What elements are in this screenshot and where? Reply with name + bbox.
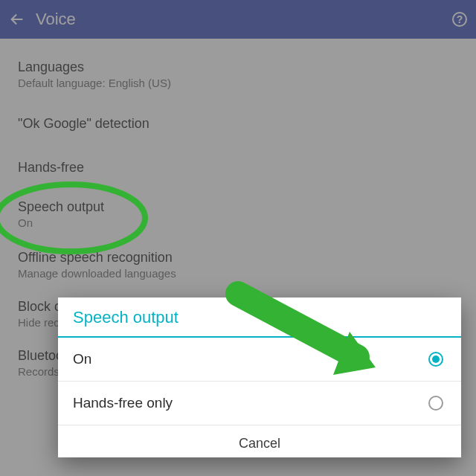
- radio-icon[interactable]: [428, 352, 443, 367]
- dialog-title: Speech output: [58, 298, 461, 336]
- option-label: Hands-free only: [73, 395, 173, 411]
- option-on[interactable]: On: [58, 338, 461, 382]
- option-hands-free-only[interactable]: Hands-free only: [58, 382, 461, 425]
- option-label: On: [73, 351, 91, 367]
- cancel-label: Cancel: [239, 436, 280, 451]
- speech-output-dialog: Speech output On Hands-free only Cancel: [58, 298, 461, 457]
- dialog-cancel-button[interactable]: Cancel: [58, 425, 461, 457]
- radio-icon[interactable]: [428, 396, 443, 411]
